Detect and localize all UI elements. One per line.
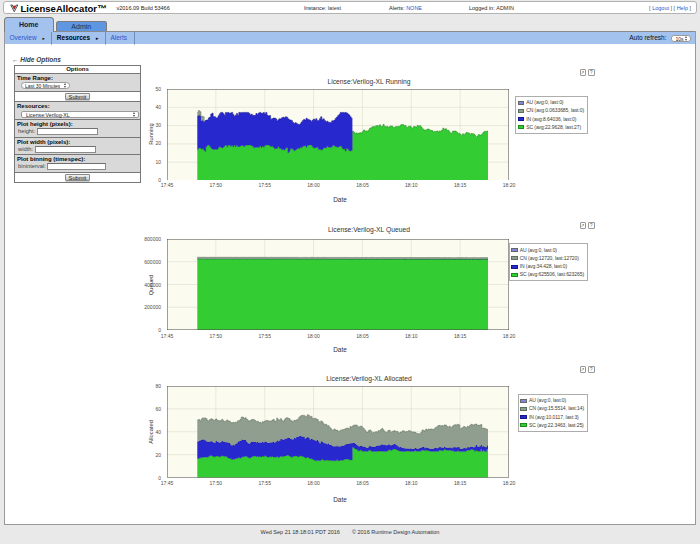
plot-area bbox=[167, 386, 509, 478]
submenu-arrow-icon: ▸ bbox=[43, 36, 45, 41]
legend-entry: SC (avg:22.3463, last:25) bbox=[520, 421, 584, 429]
legend-label: CN (avg:12720, last:12720) bbox=[520, 255, 579, 261]
tab-admin[interactable]: Admin bbox=[56, 21, 108, 32]
plot-options-submit-button[interactable]: Submit bbox=[65, 174, 91, 182]
help-link[interactable]: Help bbox=[677, 5, 688, 11]
legend-entry: CN (avg:0.0633685, last:0) bbox=[518, 106, 584, 114]
select-stepper-icon bbox=[685, 36, 689, 41]
legend-swatch-icon bbox=[518, 101, 525, 105]
time-range-submit-button[interactable]: Submit bbox=[65, 93, 91, 101]
x-tick-label: 17:55 bbox=[250, 182, 280, 188]
auto-refresh-select[interactable]: 10s bbox=[671, 35, 692, 42]
subnav-item-alerts[interactable]: Alerts bbox=[106, 32, 135, 45]
x-tick-label: 17:50 bbox=[201, 333, 231, 339]
stacked-area-plot bbox=[167, 89, 509, 181]
legend-label: AU (avg:0, last:0) bbox=[526, 99, 563, 105]
x-tick-label: 18:20 bbox=[494, 182, 524, 188]
app-version: v2016.09 Build 53466 bbox=[117, 2, 170, 15]
x-tick-label: 17:55 bbox=[250, 333, 280, 339]
legend-swatch-icon bbox=[520, 423, 527, 427]
y-axis-ticks: 0200000400000600000800000 bbox=[115, 239, 164, 330]
hide-options-link[interactable]: ← Hide Options bbox=[12, 56, 61, 63]
chart-export-icon[interactable]: ↗ bbox=[580, 222, 587, 229]
legend-label: IN (avg:34.428, last:0) bbox=[520, 263, 567, 269]
x-tick-label: 18:00 bbox=[299, 480, 329, 486]
instance-status: Instance: latest bbox=[304, 2, 341, 15]
time-range-select[interactable]: Last 30 Minutes bbox=[21, 82, 70, 89]
app-title: LicenseAllocator™ bbox=[21, 3, 107, 15]
chart-toolbar: ↗? bbox=[580, 366, 597, 375]
legend-entry: SC (avg:625506, last:623265) bbox=[511, 270, 584, 278]
legend-swatch-icon bbox=[518, 109, 525, 113]
chart-help-icon[interactable]: ? bbox=[588, 366, 595, 373]
bininterval-input[interactable] bbox=[47, 163, 106, 170]
legend-entry: CN (avg:12720, last:12720) bbox=[511, 254, 584, 262]
x-tick-label: 17:55 bbox=[250, 480, 280, 486]
legend-swatch-icon bbox=[520, 415, 527, 419]
x-tick-label: 18:15 bbox=[445, 333, 475, 339]
subnav-bar: Overview▸ Resources▸ Alerts Auto refresh… bbox=[5, 31, 695, 44]
legend-label: CN (avg:15.5514, last:14) bbox=[529, 405, 584, 411]
legend-label: SC (avg:625506, last:623265) bbox=[520, 271, 584, 277]
tab-home[interactable]: Home bbox=[4, 17, 54, 32]
alerts-none-link[interactable]: NONE bbox=[406, 5, 422, 11]
x-axis-label: Date bbox=[190, 496, 490, 503]
legend-label: SC (avg:22.3463, last:25) bbox=[529, 422, 584, 428]
logout-link[interactable]: Logout bbox=[652, 5, 669, 11]
legend-entry: CN (avg:15.5514, last:14) bbox=[520, 404, 584, 412]
width-input[interactable] bbox=[35, 146, 96, 153]
y-tick-label: 10 bbox=[155, 159, 161, 165]
legend-label: SC (avg:22.9628, last:27) bbox=[526, 124, 581, 130]
legend-entry: IN (avg:8.64036, last:0) bbox=[518, 115, 584, 123]
y-tick-label: 40 bbox=[155, 104, 161, 110]
rtda-logo-icon bbox=[10, 4, 19, 13]
footer-copyright: © 2016 Runtime Design Automation bbox=[352, 529, 440, 535]
x-tick-label: 18:05 bbox=[347, 182, 377, 188]
header-bar: LicenseAllocator™ v2016.09 Build 53466 I… bbox=[3, 1, 697, 14]
x-tick-label: 18:15 bbox=[445, 182, 475, 188]
chart-help-icon[interactable]: ? bbox=[588, 222, 595, 229]
x-axis-label: Date bbox=[190, 196, 490, 203]
x-tick-label: 17:45 bbox=[152, 480, 182, 486]
chart-export-icon[interactable]: ↗ bbox=[580, 366, 587, 373]
header-links: [ Logout ] [ Help ] bbox=[649, 2, 691, 15]
chart-legend: AU (avg:0, last:0)CN (avg:12720, last:12… bbox=[509, 243, 588, 281]
legend-label: CN (avg:0.0633685, last:0) bbox=[526, 107, 584, 113]
legend-entry: SC (avg:22.9628, last:27) bbox=[518, 123, 584, 131]
alerts-status: Alerts: NONE bbox=[389, 2, 422, 15]
chart-toolbar: ↗? bbox=[580, 222, 597, 231]
x-tick-label: 17:45 bbox=[152, 182, 182, 188]
y-tick-label: 20 bbox=[155, 140, 161, 146]
x-tick-label: 18:05 bbox=[347, 480, 377, 486]
legend-swatch-icon bbox=[511, 273, 518, 277]
stacked-area-plot bbox=[167, 386, 509, 478]
legend-label: AU (avg:0, last:0) bbox=[529, 397, 566, 403]
subnav-item-resources[interactable]: Resources▸ bbox=[52, 32, 106, 45]
x-tick-label: 18:20 bbox=[494, 333, 524, 339]
chart-toolbar: ↗? bbox=[580, 69, 597, 78]
legend-entry: IN (avg:10.0117, last:3) bbox=[520, 413, 584, 421]
chart-help-icon[interactable]: ? bbox=[588, 69, 595, 76]
auto-refresh-control: Auto refresh:10s bbox=[629, 32, 691, 45]
chart-legend: AU (avg:0, last:0)CN (avg:15.5514, last:… bbox=[518, 394, 588, 432]
x-axis-label: Date bbox=[190, 346, 490, 353]
x-tick-label: 17:50 bbox=[201, 182, 231, 188]
binning-field-label: bininterval: bbox=[18, 163, 46, 169]
subnav-item-overview[interactable]: Overview▸ bbox=[5, 32, 52, 45]
legend-entry: AU (avg:0, last:0) bbox=[518, 98, 584, 106]
time-range-label: Time Range: bbox=[15, 74, 140, 82]
x-tick-label: 17:50 bbox=[201, 480, 231, 486]
chart-title: License:Verilog-XL Allocated bbox=[219, 375, 519, 382]
x-tick-label: 18:00 bbox=[299, 182, 329, 188]
chart-title: License:Verilog-XL Running bbox=[219, 78, 519, 85]
chart-legend: AU (avg:0, last:0)CN (avg:0.0633685, las… bbox=[515, 96, 587, 134]
chart-title: License:Verilog-XL Queued bbox=[219, 226, 519, 233]
chart-export-icon[interactable]: ↗ bbox=[580, 69, 587, 76]
legend-label: IN (avg:8.64036, last:0) bbox=[526, 116, 576, 122]
height-input[interactable] bbox=[37, 128, 98, 135]
y-tick-label: 600000 bbox=[144, 259, 161, 265]
legend-swatch-icon bbox=[518, 125, 525, 129]
x-axis-ticks: 17:4517:5017:5518:0018:0518:1018:1518:20 bbox=[167, 480, 509, 486]
legend-entry: AU (avg:0, last:0) bbox=[520, 396, 584, 404]
legend-label: IN (avg:10.0117, last:3) bbox=[529, 414, 579, 420]
